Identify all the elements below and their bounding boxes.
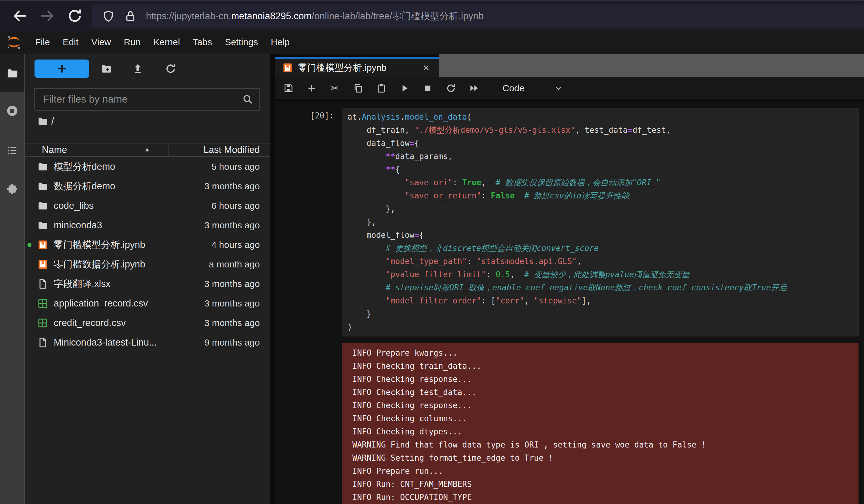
- menu-view[interactable]: View: [85, 37, 117, 47]
- menu-help[interactable]: Help: [264, 37, 296, 47]
- code-line: ): [347, 321, 855, 334]
- file-row[interactable]: 模型分析demo5 hours ago: [25, 157, 270, 177]
- log-line: INFO Checking response...: [352, 399, 852, 412]
- csv-icon: [37, 298, 48, 309]
- notebook-icon: [282, 62, 293, 73]
- restart-kernel-button[interactable]: [446, 83, 456, 93]
- browser-reload-icon[interactable]: [67, 8, 83, 24]
- file-modified-time: 3 months ago: [204, 181, 260, 191]
- sort-ascending-icon: ▲: [144, 146, 150, 153]
- browser-back-icon[interactable]: [12, 8, 28, 24]
- code-line: df_train, "./模型分析demo/v5-gls/v5-gls.xlsx…: [347, 124, 855, 137]
- file-row[interactable]: 零门槛数据分析.ipynba month ago: [25, 255, 270, 274]
- menu-items: FileEditViewRunKernelTabsSettingsHelp: [29, 37, 296, 47]
- file-name: miniconda3: [54, 220, 102, 231]
- interrupt-kernel-button[interactable]: [422, 83, 433, 93]
- file-row[interactable]: Miniconda3-latest-Linu...9 months ago: [25, 333, 270, 352]
- column-header-name[interactable]: Name: [42, 144, 67, 155]
- chevron-down-icon[interactable]: [554, 84, 563, 93]
- log-line: INFO Run: OCCUPATION_TYPE: [352, 491, 852, 504]
- file-modified-time: 3 months ago: [204, 318, 260, 328]
- cell-output-area: INFO Prepare kwargs...INFO Checking trai…: [275, 343, 864, 504]
- file-row[interactable]: 字段翻译.xlsx3 months ago: [25, 274, 270, 294]
- panel-split-handle[interactable]: [270, 54, 275, 504]
- add-cell-button[interactable]: [307, 83, 317, 93]
- jupyterlab-menubar: FileEditViewRunKernelTabsSettingsHelp: [0, 31, 864, 54]
- filter-files-box: [35, 88, 260, 110]
- file-icon: [37, 278, 48, 289]
- file-modified-time: 4 hours ago: [212, 240, 260, 250]
- save-button[interactable]: [283, 83, 294, 93]
- code-line: },: [347, 216, 855, 229]
- file-row[interactable]: credit_record.csv3 months ago: [25, 313, 270, 333]
- new-folder-button[interactable]: [100, 63, 112, 74]
- code-line: # 更换模型，非discrete模型会自动关闭convert_score: [347, 242, 855, 255]
- restart-run-all-button[interactable]: [469, 83, 479, 93]
- folder-icon: [37, 220, 48, 231]
- paste-cells-button[interactable]: [376, 83, 386, 93]
- csv-icon: [37, 317, 48, 328]
- file-row[interactable]: miniconda33 months ago: [25, 216, 270, 235]
- plus-icon: [56, 63, 68, 75]
- sidebar-tab-file-browser[interactable]: [6, 67, 18, 79]
- file-name: application_record.csv: [54, 298, 148, 309]
- menu-edit[interactable]: Edit: [56, 37, 85, 47]
- code-line: # stepwise时按ORI_取值，enable_coef_negative取…: [347, 281, 855, 294]
- file-name: Miniconda3-latest-Linu...: [54, 337, 157, 348]
- menu-tabs[interactable]: Tabs: [186, 37, 218, 47]
- code-line: },: [347, 202, 855, 216]
- file-modified-time: 3 months ago: [204, 279, 260, 289]
- menu-kernel[interactable]: Kernel: [147, 37, 187, 47]
- file-name: credit_record.csv: [54, 317, 126, 328]
- upload-button[interactable]: [132, 63, 144, 74]
- address-bar[interactable]: https://jupyterlab-cn.metanoia8295.com/o…: [92, 4, 864, 28]
- file-name: 字段翻译.xlsx: [54, 277, 110, 290]
- file-icon: [37, 337, 48, 348]
- menu-settings[interactable]: Settings: [219, 37, 264, 47]
- browser-forward-icon[interactable]: [39, 8, 56, 24]
- stderr-output[interactable]: INFO Prepare kwargs...INFO Checking trai…: [342, 343, 859, 504]
- new-launcher-button[interactable]: [35, 60, 89, 78]
- file-name: 模型分析demo: [54, 160, 116, 173]
- sidebar-tab-running-sessions[interactable]: [6, 105, 18, 117]
- file-modified-time: 5 hours ago: [212, 161, 260, 172]
- close-tab-icon[interactable]: [422, 63, 431, 72]
- log-line: WARNING Find that flow_data_type is ORI_…: [352, 439, 852, 452]
- cut-cells-button[interactable]: ✂: [330, 83, 340, 93]
- refresh-file-list-button[interactable]: [165, 63, 177, 74]
- search-icon: [242, 93, 253, 105]
- sidebar-tab-extensions[interactable]: [6, 183, 18, 195]
- file-row[interactable]: 零门槛模型分析.ipynb4 hours ago: [25, 235, 270, 255]
- log-line: INFO Checking columns...: [352, 412, 852, 425]
- notebook-tab[interactable]: 零门槛模型分析.ipynb: [275, 57, 439, 77]
- breadcrumb[interactable]: /: [37, 116, 54, 127]
- code-line: "model_filter_order": ["corr", "stepwise…: [347, 294, 855, 308]
- output-prompt: [275, 343, 342, 504]
- tracking-protection-shield-icon[interactable]: [102, 10, 115, 23]
- code-line: at.Analysis.model_on_data(: [347, 110, 855, 124]
- tab-title: 零门槛模型分析.ipynb: [298, 62, 386, 74]
- file-row[interactable]: code_libs6 hours ago: [25, 196, 270, 216]
- menu-file[interactable]: File: [29, 37, 56, 47]
- file-row[interactable]: 数据分析demo3 months ago: [25, 177, 270, 196]
- code-editor[interactable]: at.Analysis.model_on_data( df_train, "./…: [342, 108, 859, 336]
- cell-type-dropdown[interactable]: Code: [503, 83, 525, 93]
- log-line: INFO Checking train_data...: [352, 360, 852, 373]
- log-line: INFO Prepare kwargs...: [352, 347, 852, 360]
- home-folder-icon[interactable]: [37, 116, 48, 127]
- log-line: INFO Checking dtypes...: [352, 425, 852, 439]
- file-name: 零门槛模型分析.ipynb: [54, 238, 145, 251]
- code-line: "save_or_return": False # 跳过csv的io读写提升性能: [347, 189, 855, 202]
- code-cell: [20]: at.Analysis.model_on_data( df_trai…: [275, 101, 864, 336]
- sidebar-tab-table-of-contents[interactable]: [6, 144, 18, 157]
- menu-run[interactable]: Run: [118, 37, 147, 47]
- file-row[interactable]: application_record.csv3 months ago: [25, 294, 270, 313]
- code-line: **data_params,: [347, 150, 855, 163]
- code-line: "pvalue_filter_limit": 0.5, # 变量较少，此处调整p…: [347, 268, 855, 281]
- run-button[interactable]: [399, 83, 410, 93]
- column-header-last-modified[interactable]: Last Modified: [204, 144, 260, 155]
- filter-files-input[interactable]: [43, 93, 242, 105]
- breadcrumb-root: /: [51, 116, 54, 127]
- https-lock-icon[interactable]: [124, 10, 137, 23]
- copy-cells-button[interactable]: [353, 83, 363, 93]
